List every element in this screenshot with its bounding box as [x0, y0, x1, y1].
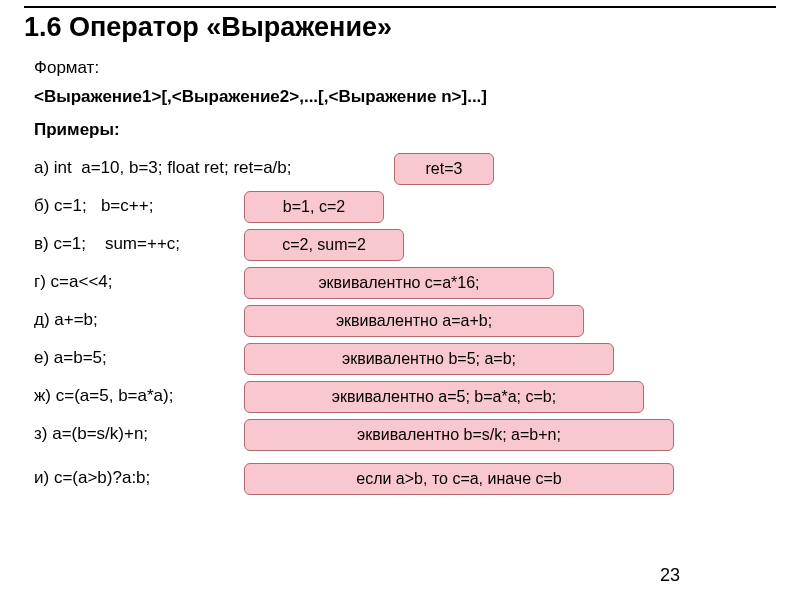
- code-text: и) c=(a>b)?a:b;: [34, 467, 150, 490]
- example-row: е) a=b=5; эквивалентно b=5; a=b;: [34, 340, 766, 378]
- result-box: эквивалентно c=a*16;: [244, 267, 554, 299]
- example-row: з) a=(b=s/k)+n; эквивалентно b=s/k; a=b+…: [34, 416, 766, 454]
- content-area: Формат: <Выражение1>[,<Выражение2>,...[,…: [34, 57, 766, 498]
- example-row: г) c=a<<4; эквивалентно c=a*16;: [34, 264, 766, 302]
- code-text: з) a=(b=s/k)+n;: [34, 423, 148, 446]
- example-row: в) c=1; sum=++c; c=2, sum=2: [34, 226, 766, 264]
- code-text: е) a=b=5;: [34, 347, 107, 370]
- example-row: и) c=(a>b)?a:b; если a>b, то c=a, иначе …: [34, 460, 766, 498]
- result-box: эквивалентно b=s/k; a=b+n;: [244, 419, 674, 451]
- code-text: д) a+=b;: [34, 309, 98, 332]
- result-box: c=2, sum=2: [244, 229, 404, 261]
- example-row: д) a+=b; эквивалентно a=a+b;: [34, 302, 766, 340]
- label-format: Формат:: [34, 57, 766, 80]
- code-text: ж) c=(a=5, b=a*a);: [34, 385, 173, 408]
- result-box: эквивалентно a=a+b;: [244, 305, 584, 337]
- result-box: эквивалентно b=5; a=b;: [244, 343, 614, 375]
- code-text: а) int a=10, b=3; float ret; ret=a/b;: [34, 157, 292, 180]
- label-examples: Примеры:: [34, 119, 766, 142]
- result-box: если a>b, то c=a, иначе c=b: [244, 463, 674, 495]
- result-box: ret=3: [394, 153, 494, 185]
- example-row: ж) c=(a=5, b=a*a); эквивалентно a=5; b=a…: [34, 378, 766, 416]
- example-row: б) c=1; b=c++; b=1, c=2: [34, 188, 766, 226]
- code-text: б) c=1; b=c++;: [34, 195, 153, 218]
- page-number: 23: [660, 565, 680, 586]
- code-text: г) c=a<<4;: [34, 271, 113, 294]
- example-row: а) int a=10, b=3; float ret; ret=a/b; re…: [34, 150, 766, 188]
- result-box: эквивалентно a=5; b=a*a; c=b;: [244, 381, 644, 413]
- result-box: b=1, c=2: [244, 191, 384, 223]
- page-title: 1.6 Оператор «Выражение»: [24, 12, 776, 43]
- syntax-line: <Выражение1>[,<Выражение2>,...[,<Выражен…: [34, 86, 766, 109]
- code-text: в) c=1; sum=++c;: [34, 233, 180, 256]
